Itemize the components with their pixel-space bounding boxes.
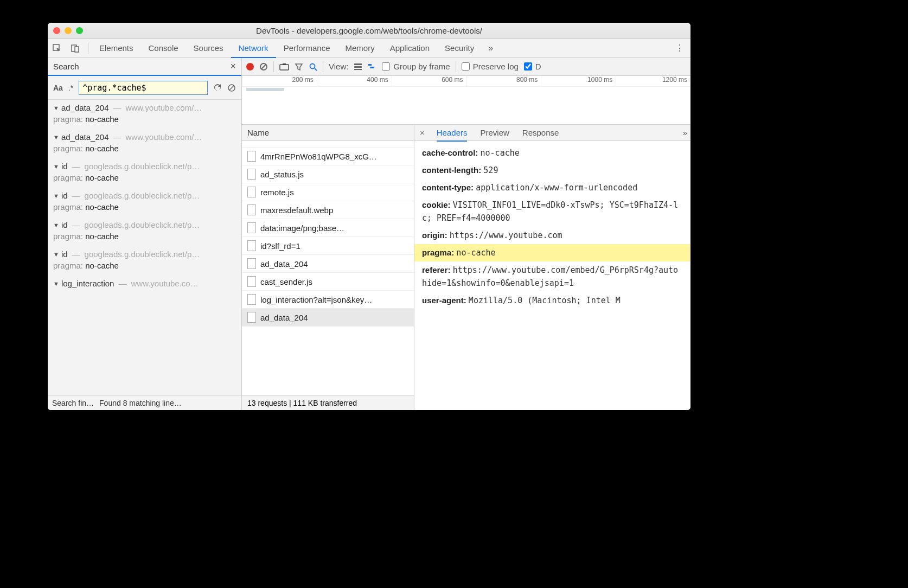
result-source: googleads.g.doubleclick.net/p… — [85, 191, 236, 200]
svg-line-4 — [229, 86, 234, 90]
disable-cache-checkbox[interactable]: D — [524, 62, 541, 71]
search-result[interactable]: ▼id—googleads.g.doubleclick.net/p…pragma… — [48, 246, 241, 276]
name-column-header[interactable]: Name — [242, 125, 414, 141]
result-match[interactable]: pragma: no-cache — [53, 142, 236, 158]
clear-search-icon[interactable] — [227, 84, 236, 92]
request-row[interactable]: data:image/png;base… — [242, 219, 414, 237]
header-key: pragma: — [422, 248, 454, 257]
result-source: googleads.g.doubleclick.net/p… — [85, 162, 236, 171]
header-row[interactable]: cache-control: no-cache — [414, 144, 690, 162]
result-match[interactable]: pragma: no-cache — [53, 112, 236, 129]
header-row[interactable]: origin: https://www.youtube.com — [414, 227, 690, 244]
traffic-lights — [53, 27, 83, 34]
close-window-button[interactable] — [53, 27, 60, 34]
chevron-down-icon: ▼ — [53, 280, 59, 287]
search-results: ▼ad_data_204—www.youtube.com/…pragma: no… — [48, 100, 241, 395]
tab-memory[interactable]: Memory — [338, 39, 382, 57]
detail-tab-headers[interactable]: Headers — [437, 125, 468, 141]
result-match[interactable]: pragma: no-cache — [53, 200, 236, 217]
more-tabs-icon[interactable]: » — [482, 43, 500, 53]
close-detail-icon[interactable]: × — [418, 128, 427, 137]
request-row[interactable]: id?slf_rd=1 — [242, 237, 414, 255]
match-case-toggle[interactable]: Aa — [53, 84, 63, 92]
search-result[interactable]: ▼id—googleads.g.doubleclick.net/p…pragma… — [48, 188, 241, 217]
request-row[interactable]: cast_sender.js — [242, 273, 414, 291]
main-tabbar: ElementsConsoleSourcesNetworkPerformance… — [48, 39, 690, 57]
request-name: cast_sender.js — [260, 277, 312, 286]
detail-tabs: × HeadersPreviewResponse » — [414, 125, 690, 141]
tab-elements[interactable]: Elements — [92, 39, 141, 57]
disable-cache-input[interactable] — [524, 62, 532, 71]
refresh-search-icon[interactable] — [213, 84, 222, 92]
result-match[interactable]: pragma: no-cache — [53, 259, 236, 276]
request-row[interactable]: maxresdefault.webp — [242, 201, 414, 219]
titlebar: DevTools - developers.google.com/web/too… — [48, 23, 690, 39]
request-row[interactable]: 4mrRnEPnWo81qWPG8_xcG… — [242, 148, 414, 165]
header-key: cookie: — [422, 200, 451, 209]
file-icon — [247, 240, 256, 251]
search-result[interactable]: ▼ad_data_204—www.youtube.com/…pragma: no… — [48, 129, 241, 158]
inspect-element-icon[interactable] — [48, 39, 66, 57]
tab-sources[interactable]: Sources — [186, 39, 231, 57]
request-row-partial[interactable] — [242, 141, 414, 148]
header-key: user-agent: — [422, 296, 466, 305]
tab-performance[interactable]: Performance — [276, 39, 338, 57]
result-match[interactable]: pragma: no-cache — [53, 229, 236, 246]
overview-icon[interactable] — [368, 63, 376, 71]
header-row[interactable]: cookie: VISITOR_INFO1_LIVE=dDk0-xTswPs; … — [414, 196, 690, 227]
large-rows-icon[interactable] — [354, 63, 362, 71]
header-row[interactable]: pragma: no-cache — [414, 244, 690, 261]
search-result[interactable]: ▼id—googleads.g.doubleclick.net/p…pragma… — [48, 217, 241, 246]
request-row[interactable]: ad_data_204 — [242, 255, 414, 273]
screenshot-icon[interactable] — [279, 63, 289, 71]
file-icon — [247, 204, 256, 215]
group-by-frame-checkbox[interactable]: Group by frame — [382, 62, 450, 71]
minimize-window-button[interactable] — [65, 27, 72, 34]
tab-application[interactable]: Application — [382, 39, 437, 57]
request-row[interactable]: log_interaction?alt=json&key… — [242, 291, 414, 309]
detail-tab-response[interactable]: Response — [522, 125, 559, 141]
search-status: Search fin… Found 8 matching line… — [48, 395, 241, 410]
kebab-menu-icon[interactable]: ⋮ — [669, 43, 690, 53]
header-row[interactable]: user-agent: Mozilla/5.0 (Macintosh; Inte… — [414, 292, 690, 309]
maximize-window-button[interactable] — [76, 27, 83, 34]
request-name: log_interaction?alt=json&key… — [260, 295, 372, 304]
search-result[interactable]: ▼log_interaction—www.youtube.co… — [48, 276, 241, 288]
preserve-log-checkbox[interactable]: Preserve log — [462, 62, 519, 71]
search-result[interactable]: ▼ad_data_204—www.youtube.com/…pragma: no… — [48, 100, 241, 129]
regex-toggle[interactable]: .* — [68, 84, 73, 92]
result-file: id — [61, 250, 68, 259]
file-icon — [247, 169, 256, 180]
header-row[interactable]: referer: https://www.youtube.com/embed/G… — [414, 261, 690, 292]
request-row[interactable]: ad_status.js — [242, 165, 414, 183]
result-match[interactable]: pragma: no-cache — [53, 171, 236, 188]
toggle-device-icon[interactable] — [66, 39, 85, 57]
search-input[interactable] — [79, 81, 208, 95]
svg-line-6 — [261, 65, 266, 69]
timeline[interactable]: 200 ms400 ms600 ms800 ms1000 ms1200 ms — [242, 76, 690, 125]
more-detail-tabs-icon[interactable]: » — [683, 128, 687, 137]
search-network-icon[interactable] — [309, 62, 317, 71]
record-button[interactable] — [246, 63, 254, 71]
request-name: maxresdefault.webp — [260, 206, 333, 215]
request-row[interactable]: ad_data_204 — [242, 309, 414, 327]
header-value: no-cache — [481, 148, 520, 158]
filter-icon[interactable] — [295, 62, 303, 71]
result-file: id — [61, 220, 68, 229]
tab-security[interactable]: Security — [437, 39, 482, 57]
timeline-tick: 1000 ms — [541, 76, 616, 86]
detail-tab-preview[interactable]: Preview — [480, 125, 509, 141]
d-label: D — [535, 62, 541, 71]
group-by-frame-input[interactable] — [382, 62, 390, 71]
header-row[interactable]: content-length: 529 — [414, 162, 690, 179]
search-result[interactable]: ▼id—googleads.g.doubleclick.net/p…pragma… — [48, 158, 241, 188]
file-icon — [247, 294, 256, 305]
header-row[interactable]: content-type: application/x-www-form-url… — [414, 179, 690, 196]
preserve-log-input[interactable] — [462, 62, 470, 71]
clear-icon[interactable] — [259, 62, 268, 71]
close-search-icon[interactable]: × — [230, 61, 236, 72]
chevron-down-icon: ▼ — [53, 163, 59, 170]
tab-network[interactable]: Network — [231, 39, 276, 57]
tab-console[interactable]: Console — [141, 39, 186, 57]
request-row[interactable]: remote.js — [242, 183, 414, 201]
